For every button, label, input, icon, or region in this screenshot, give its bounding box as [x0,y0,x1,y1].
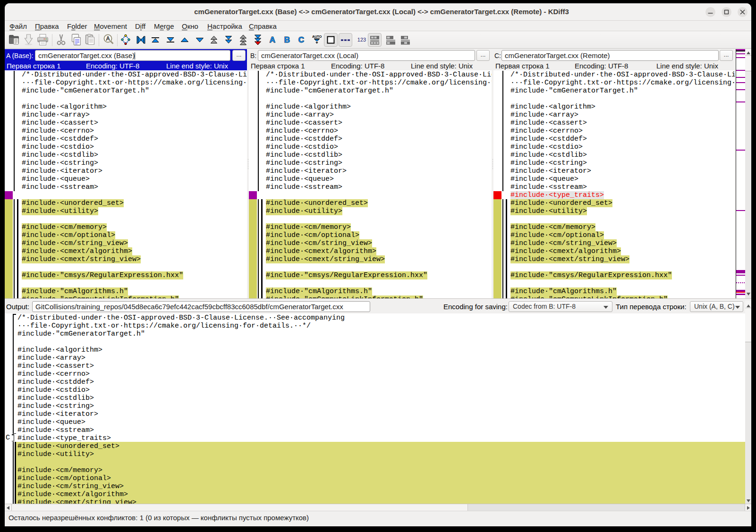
svg-text:AUTO: AUTO [312,34,322,39]
svg-text:A: A [106,35,110,42]
svg-text:B: B [284,35,290,44]
svg-text:A: A [270,35,275,44]
svg-text:C: C [298,35,304,44]
